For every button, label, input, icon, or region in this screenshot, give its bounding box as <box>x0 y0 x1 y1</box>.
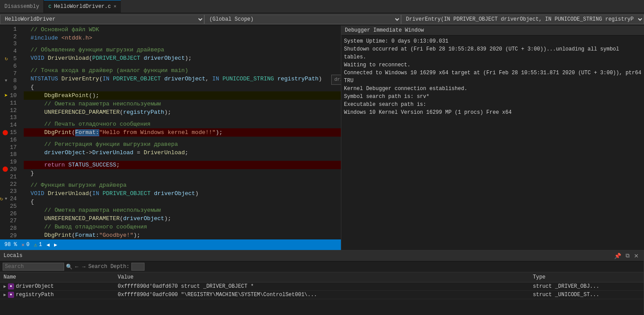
gutter-line-12: 12 <box>3 107 20 114</box>
breakpoint-15[interactable] <box>3 130 8 135</box>
nav-forward-button[interactable]: ▶ <box>54 242 57 248</box>
debug-panel: Debugger Immediate Window System Uptime:… <box>341 25 644 250</box>
code-line-21: } <box>24 169 341 177</box>
code-line-5: VOID DriverUnload(PDRIVER_OBJECT driverO… <box>24 54 341 62</box>
code-line-29: DbgPrint(Format:"Goodbye!"); <box>24 231 341 239</box>
code-line-3 <box>24 42 341 46</box>
code-line-1: // Основной файл WDK <box>24 25 341 34</box>
debug-output: System Uptime: 0 days 0:13:09.031 Shutdo… <box>341 36 644 250</box>
zoom-level: 98 % <box>4 242 17 248</box>
code-content: 1 2 3 4 ↻ 5 <box>0 25 341 239</box>
code-line-18: driverObject->DriverUnload = DriverUnloa… <box>24 148 341 157</box>
row1-name-text: driverObject <box>16 283 54 290</box>
expand-icon-2[interactable]: ▶ <box>4 292 6 297</box>
code-line-24: VOID DriverUnload(IN PDRIVER_OBJECT driv… <box>24 189 341 198</box>
debug-panel-title: Debugger Immediate Window <box>341 25 644 36</box>
editor-status: 98 % ✕ 0 ⚠ 1 ◀ ▶ <box>0 239 341 250</box>
code-line-9: { <box>24 83 341 91</box>
nav-prev-button[interactable]: ← <box>74 264 80 270</box>
gutter-line-2: 2 <box>3 33 20 40</box>
nav-next-button[interactable]: → <box>81 264 87 270</box>
var-icon-1: ● <box>8 283 14 290</box>
depth-input[interactable] <box>131 263 145 271</box>
expand-icon-1[interactable]: ▶ <box>4 284 6 289</box>
file-dropdown[interactable]: HelloWorldDriver <box>0 14 204 24</box>
fold-btn-24[interactable]: ▼ <box>5 197 9 201</box>
code-line-27: UNREFERENCED_PARAMETER(driverObject); <box>24 214 341 223</box>
locals-panel-header: Locals 📌 ⧉ ✕ <box>0 250 644 261</box>
bottom-panel: Locals 📌 ⧉ ✕ 🔍 ← → Search Depth: <box>0 250 644 315</box>
col-value: Value <box>114 273 529 281</box>
debug-line-3: Waiting to reconnect. <box>344 61 641 69</box>
code-editor: 1 2 3 4 ↻ 5 <box>0 25 341 250</box>
debug-line-2: Shutdown occurred at (Fri Feb 28 10:55:2… <box>344 45 641 61</box>
code-line-13 <box>24 116 341 120</box>
row1-name: ▶ ● driverObject <box>0 282 114 290</box>
gutter-line-17: 17 <box>3 144 20 151</box>
tab-helloworld[interactable]: C HelloWorldDriver.c × <box>44 0 121 13</box>
var-icon-2: ● <box>8 292 14 298</box>
code-line-8: NTSTATUS DriverEntry(IN PDRIVER_OBJECT d… <box>24 75 341 83</box>
code-line-17: // Регистрация функции выгрузки дравера <box>24 140 341 148</box>
locals-table-header: Name Value Type <box>0 272 644 282</box>
func-dropdown[interactable]: DriverEntry(IN PDRIVER_OBJECT driverObje… <box>401 14 644 24</box>
bottom-split: Locals 📌 ⧉ ✕ 🔍 ← → Search Depth: <box>0 250 644 315</box>
code-line-26: // Ометка параметра неиспользуемым <box>24 206 341 214</box>
locals-table: Name Value Type ▶ ● driverObject 0xffff8… <box>0 272 644 315</box>
breakpoint-20[interactable] <box>3 167 8 172</box>
tab-disassembly[interactable]: Disassembly <box>0 0 44 13</box>
gutter-line-20: 20 <box>3 166 20 173</box>
gutter-line-5: ↻ 5 <box>0 55 20 62</box>
code-line-22 <box>24 177 341 181</box>
pin-button[interactable]: 📌 <box>613 252 622 260</box>
col-name: Name <box>0 273 114 281</box>
tab-bar: Disassembly C HelloWorldDriver.c × <box>0 0 644 13</box>
code-line-15: DbgPrint(Format:"Hello from Windows kern… <box>24 128 341 137</box>
gutter-line-27: 27 <box>3 217 20 225</box>
debug-line-1: System Uptime: 0 days 0:13:09.031 <box>344 37 641 45</box>
row2-type: struct _UNICODE_ST... <box>529 291 644 299</box>
fold-btn-8[interactable]: ▼ <box>5 79 9 83</box>
code-lines: // Основной файл WDK #include <ntddk.h> … <box>22 25 341 239</box>
debug-line-5: Kernel Debugger connection established. <box>344 85 641 93</box>
close-tab-button[interactable]: × <box>113 4 116 9</box>
code-line-2: #include <ntddk.h> <box>24 34 341 42</box>
disassembly-label: Disassembly <box>4 4 39 10</box>
gutter-line-24: ↻ ▼ 24 <box>0 195 20 203</box>
helloworld-label: HelloWorldDriver.c <box>54 4 111 10</box>
gutter-line-22: 22 <box>3 181 20 188</box>
debug-line-6: Symbol search path is: srv* <box>344 93 641 101</box>
close-panel-button[interactable]: ✕ <box>633 252 640 260</box>
code-line-19 <box>24 157 341 160</box>
code-line-6 <box>24 62 341 66</box>
float-button[interactable]: ⧉ <box>624 252 631 260</box>
search-icon-button[interactable]: 🔍 <box>66 264 72 270</box>
code-line-11: // Ометка параметра неиспользуемым <box>24 100 341 108</box>
col-type: Type <box>529 273 644 281</box>
main-area: 1 2 3 4 ↻ 5 <box>0 25 644 250</box>
gutter-line-3: 3 <box>3 40 20 48</box>
locals-panel: Locals 📌 ⧉ ✕ 🔍 ← → Search Depth: <box>0 250 644 315</box>
gutter-line-4: 4 <box>3 47 20 55</box>
debug-line-8: Windows 10 Kernel Version 16299 MP (1 pr… <box>344 109 641 116</box>
search-input[interactable] <box>3 263 64 271</box>
row1-value: 0xffff890d'0adfd670 struct _DRIVER_OBJEC… <box>114 282 529 290</box>
debug-line-4: Connected to Windows 10 16299 x64 target… <box>344 69 641 85</box>
gutter-line-9: 9 <box>3 84 20 92</box>
gutter-line-28: 28 <box>3 224 20 232</box>
row2-name-text: registryPath <box>16 292 54 298</box>
panel-controls: 📌 ⧉ ✕ <box>613 252 640 260</box>
gutter-line-23: 23 <box>3 188 20 195</box>
gutter-line-25: 25 <box>3 203 20 210</box>
step-back-icon-5: ↻ <box>5 55 8 62</box>
gutter-line-10: ➤ 10 <box>0 92 20 99</box>
gutter-line-14: 14 <box>3 121 20 129</box>
gutter-line-19: 19 <box>3 158 20 166</box>
scope-dropdown[interactable]: (Global Scope) <box>204 14 401 24</box>
code-line-28: // Вывод отладочного сообщения <box>24 223 341 231</box>
dropdown-row: HelloWorldDriver (Global Scope) DriverEn… <box>0 13 644 25</box>
locals-title: Locals <box>4 253 22 259</box>
code-line-20: return STATUS_SUCCESS; <box>24 161 341 169</box>
file-icon: C <box>48 4 51 9</box>
nav-back-button[interactable]: ◀ <box>47 242 50 248</box>
